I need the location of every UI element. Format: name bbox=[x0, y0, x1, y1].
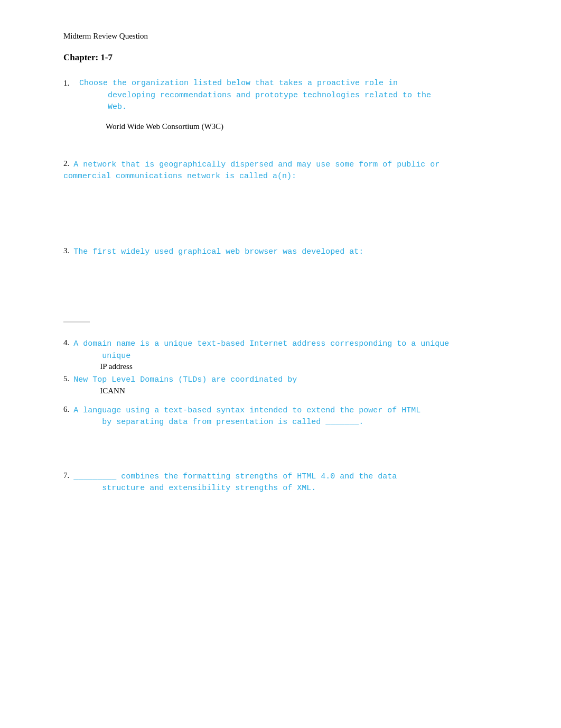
question-5-block: 5. New Top Level Domains (TLDs) are coor… bbox=[63, 374, 498, 395]
question-6-text: A language using a text-based syntax int… bbox=[73, 405, 498, 429]
question-5-number: 5. bbox=[63, 374, 69, 383]
question-3-number: 3. bbox=[63, 246, 69, 255]
question-2-block: 2. A network that is geographically disp… bbox=[63, 159, 498, 183]
question-5-text: New Top Level Domains (TLDs) are coordin… bbox=[73, 375, 297, 384]
question-4-text-wrap: A domain name is a unique text-based Int… bbox=[73, 338, 449, 371]
question-4-number: 4. bbox=[63, 338, 69, 347]
question-6-block: 6. A language using a text-based syntax … bbox=[63, 405, 498, 429]
question-2-number: 2. bbox=[63, 159, 69, 168]
question-7-number: 7. bbox=[63, 471, 69, 480]
question-3-text: The first widely used graphical web brow… bbox=[73, 246, 498, 259]
question-4-answer-inline: IP address bbox=[73, 362, 449, 371]
chapter-heading: Chapter: 1-7 bbox=[63, 52, 498, 63]
separator bbox=[63, 321, 90, 322]
question-1-number: 1. bbox=[63, 79, 79, 88]
question-7-block: 7. _________ combines the formatting str… bbox=[63, 471, 498, 495]
question-5-row: 5. New Top Level Domains (TLDs) are coor… bbox=[63, 374, 498, 395]
question-4-block: 4. A domain name is a unique text-based … bbox=[63, 338, 498, 371]
question-1-row: 1. Choose the organization listed below … bbox=[63, 78, 498, 114]
question-4-row: 4. A domain name is a unique text-based … bbox=[63, 338, 498, 371]
question-1-block: 1. Choose the organization listed below … bbox=[63, 78, 498, 133]
question-5-text-wrap: New Top Level Domains (TLDs) are coordin… bbox=[73, 374, 297, 395]
page-title: Midterm Review Question bbox=[63, 32, 498, 41]
question-1-answer: World Wide Web Consortium (W3C) bbox=[79, 120, 498, 133]
question-7-text: _________ combines the formatting streng… bbox=[73, 471, 498, 495]
question-4-text: A domain name is a unique text-based Int… bbox=[73, 339, 449, 361]
question-5-answer-inline: ICANN bbox=[73, 386, 297, 395]
question-6-row: 6. A language using a text-based syntax … bbox=[63, 405, 498, 429]
question-7-row: 7. _________ combines the formatting str… bbox=[63, 471, 498, 495]
question-3-block: 3. The first widely used graphical web b… bbox=[63, 246, 498, 259]
question-1-content: Choose the organization listed below tha… bbox=[79, 78, 431, 114]
question-6-number: 6. bbox=[63, 405, 69, 414]
question-2-text: A network that is geographically dispers… bbox=[73, 159, 498, 171]
question-3-row: 3. The first widely used graphical web b… bbox=[63, 246, 498, 259]
question-2-row: 2. A network that is geographically disp… bbox=[63, 159, 498, 171]
page-wrapper: Midterm Review Question Chapter: 1-7 1. … bbox=[63, 32, 498, 495]
question-1-text: Choose the organization listed below tha… bbox=[79, 78, 431, 114]
question-2-continuation: commercial communications network is cal… bbox=[63, 171, 498, 183]
